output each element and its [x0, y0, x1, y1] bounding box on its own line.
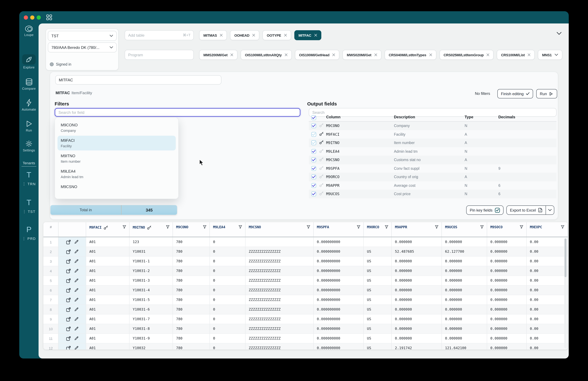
program-chip-crs040mi-lstitmtypes[interactable]: CRS040MI/LstItmTypes [384, 50, 436, 60]
filter-funnel-icon[interactable] [203, 225, 207, 229]
open-record-button[interactable] [66, 326, 71, 331]
grid-column-header-m9lea4[interactable]: M9LEA4 [210, 222, 246, 237]
collapse-header-chevron[interactable] [557, 32, 562, 35]
program-chip-mws020mi-get[interactable]: MWS020MI/Get [343, 50, 381, 60]
finish-editing-button[interactable]: Finish editing [497, 89, 533, 98]
edit-record-button[interactable] [74, 297, 79, 302]
remove-chip-icon[interactable] [285, 53, 287, 56]
tenant-menu-icon[interactable]: ⋮ [22, 237, 26, 241]
open-record-button[interactable] [66, 259, 71, 264]
filter-option-m9itno[interactable]: M9ITNOItem number [58, 151, 176, 166]
filter-funnel-icon[interactable] [166, 225, 170, 229]
pin-key-fields-button[interactable]: Pin key fields [466, 205, 503, 215]
open-record-button[interactable] [66, 239, 71, 245]
edit-record-button[interactable] [74, 240, 79, 244]
open-record-button[interactable] [66, 345, 71, 350]
grid-column-header-m9itno[interactable]: M9ITNO [129, 222, 173, 237]
filter-search-input[interactable] [55, 109, 300, 116]
grid-column-header-m9appr[interactable]: M9APPR [392, 222, 442, 237]
grid-column-header-m9spfa[interactable]: M9SPFA [314, 222, 364, 237]
filter-option-m9lea4[interactable]: M9LEA4Admin lead tm [58, 167, 176, 181]
run-query-button[interactable]: Run [536, 89, 557, 98]
edit-record-button[interactable] [74, 278, 79, 283]
program-chip-crs100mi-list[interactable]: CRS100MI/List [497, 50, 535, 60]
program-chip-mns1[interactable]: MNS1 [538, 50, 562, 60]
zoom-window-button[interactable] [37, 15, 41, 20]
edit-record-button[interactable] [74, 317, 79, 321]
open-record-button[interactable] [66, 288, 71, 293]
field-checkbox[interactable] [311, 140, 316, 145]
open-record-button[interactable] [66, 249, 71, 254]
remove-chip-icon[interactable] [332, 53, 335, 56]
field-checkbox[interactable] [311, 166, 316, 171]
sidebar-item-settings[interactable]: Settings [19, 140, 39, 152]
grid-scrollbar[interactable] [564, 238, 567, 348]
table-chip-mitfac[interactable]: MITFAC [294, 30, 321, 40]
table-chip-mitmas[interactable]: MITMAS [199, 30, 227, 40]
open-record-button[interactable] [66, 307, 71, 312]
filter-funnel-icon[interactable] [385, 225, 388, 229]
table-chip-ootype[interactable]: OOTYPE [263, 30, 291, 40]
tenant-prd[interactable]: P ⋮ PRD [19, 225, 39, 241]
edit-record-button[interactable] [74, 249, 79, 254]
remove-chip-icon[interactable] [487, 53, 489, 56]
filter-option-m9faci[interactable]: M9FACIFacility [58, 136, 176, 151]
tenant-menu-icon[interactable]: ⋮ [22, 210, 26, 213]
select-all-checkbox[interactable] [311, 115, 316, 120]
open-record-button[interactable] [66, 268, 71, 273]
grid-column-header-m9faci[interactable]: M9FACI [86, 222, 129, 237]
filter-funnel-icon[interactable] [123, 225, 126, 229]
sidebar-item-explore[interactable]: Explore [19, 54, 39, 69]
grid-column-header-m9cono[interactable]: M9CONO [173, 222, 210, 237]
export-options-chevron[interactable] [546, 206, 554, 214]
filter-funnel-icon[interactable] [435, 225, 439, 229]
remove-chip-icon[interactable] [374, 53, 377, 56]
field-checkbox[interactable] [311, 175, 316, 179]
program-chip-mms200mi-get[interactable]: MMS200MI/Get [199, 50, 237, 60]
program-input[interactable] [125, 50, 193, 60]
open-record-button[interactable] [66, 336, 71, 341]
tenant-tst[interactable]: T ⋮ TST [19, 198, 39, 213]
open-record-button[interactable] [66, 278, 71, 283]
filter-funnel-icon[interactable] [520, 225, 524, 229]
remove-chip-icon[interactable] [429, 53, 432, 56]
minimize-window-button[interactable] [30, 15, 34, 20]
grid-column-header-m9soco[interactable]: M9SOCO [487, 222, 527, 237]
filter-funnel-icon[interactable] [561, 225, 565, 229]
filter-option-m9cono[interactable]: M9CONOCompany [58, 120, 176, 135]
edit-record-button[interactable] [74, 288, 79, 292]
table-name-input[interactable] [56, 76, 221, 84]
filter-option-m9csno[interactable]: M9CSNO [58, 182, 176, 193]
remove-chip-icon[interactable] [230, 53, 233, 56]
remove-chip-icon[interactable] [252, 34, 255, 37]
filter-funnel-icon[interactable] [480, 225, 484, 229]
edit-record-button[interactable] [74, 307, 79, 312]
close-window-button[interactable] [24, 15, 28, 20]
field-checkbox[interactable] [311, 192, 316, 197]
edit-record-button[interactable] [74, 346, 79, 350]
field-checkbox[interactable] [311, 132, 316, 137]
remove-chip-icon[interactable] [527, 53, 530, 56]
sidebar-item-loupe[interactable]: Loupe [19, 25, 39, 37]
sidebar-item-automate[interactable]: Automate [19, 99, 39, 111]
remove-chip-icon[interactable] [220, 34, 223, 37]
edit-record-button[interactable] [74, 269, 79, 273]
field-checkbox[interactable] [311, 183, 316, 188]
field-checkbox[interactable] [311, 149, 316, 154]
grid-column-header-m9csno[interactable]: M9CSNO [246, 222, 314, 237]
program-chip-ois100mi-lstitmaltqty[interactable]: OIS100MI/LstItmAltQty [241, 50, 292, 60]
grid-column-header-m9ucos[interactable]: M9UCOS [442, 222, 487, 237]
table-chip-oohead[interactable]: OOHEAD [230, 30, 259, 40]
remove-chip-icon[interactable] [314, 34, 317, 37]
program-chip-crs025mi-lstitemgroup[interactable]: CRS025MI/LstItemGroup [439, 50, 494, 60]
program-chip-ois100mi-gethead[interactable]: OIS100MI/GetHead [295, 50, 339, 60]
grid-column-header-m9expc[interactable]: M9EXPC [527, 222, 568, 237]
filter-funnel-icon[interactable] [357, 225, 360, 229]
filter-funnel-icon[interactable] [307, 225, 310, 229]
field-checkbox[interactable] [311, 157, 316, 162]
company-select[interactable]: 780/AAA Beredo DK (780/... [48, 43, 117, 52]
export-to-excel-button[interactable]: Export to Excel x [506, 205, 554, 215]
edit-record-button[interactable] [74, 259, 79, 264]
field-checkbox[interactable] [311, 123, 316, 128]
grid-column-header-m9orco[interactable]: M9ORCO [364, 222, 392, 237]
